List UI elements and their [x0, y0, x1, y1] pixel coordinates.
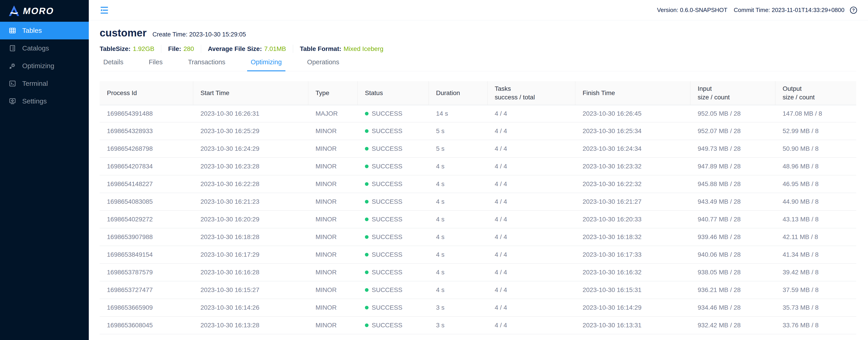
cell-process-id: 1698653787579 — [100, 264, 193, 281]
stat-table-format: Table Format:Mixed Iceberg — [300, 45, 383, 53]
terminal-icon — [9, 80, 16, 88]
cell-type: MINOR — [308, 299, 358, 316]
cell-status: SUCCESS — [358, 211, 429, 228]
table-header: Process Id Start Time Type Status Durati… — [100, 81, 856, 105]
cell-tasks: 4 / 4 — [488, 228, 575, 246]
cell-input: 943.49 MB / 28 — [690, 193, 775, 210]
status-text: SUCCESS — [372, 269, 402, 276]
status-text: SUCCESS — [372, 198, 402, 205]
table-row[interactable]: 1698654268798 2023-10-30 16:24:29 MINOR … — [100, 140, 856, 158]
cell-duration: 4 s — [429, 175, 488, 193]
col-type: Type — [308, 81, 358, 105]
cell-type: MINOR — [308, 158, 358, 175]
table-row[interactable]: 1698654148227 2023-10-30 16:22:28 MINOR … — [100, 175, 856, 193]
cell-type: MINOR — [308, 317, 358, 334]
sidebar-item-settings[interactable]: Settings — [0, 92, 89, 110]
help-button[interactable]: ? — [849, 6, 858, 14]
cell-output: 37.59 MB / 8 — [775, 281, 856, 299]
cell-duration: 4 s — [429, 264, 488, 281]
cell-input: 934.46 MB / 28 — [690, 299, 775, 316]
cell-output: 52.99 MB / 8 — [775, 123, 856, 140]
cell-tasks: 4 / 4 — [488, 281, 575, 299]
cell-tasks: 4 / 4 — [488, 123, 575, 140]
commit-time-text: Commit Time: 2023-11-01T14:33:29+0800 — [734, 7, 844, 13]
table-row[interactable]: 1698654328933 2023-10-30 16:25:29 MINOR … — [100, 123, 856, 140]
col-output: Outputsize / count — [775, 81, 856, 105]
cell-finish-time: 2023-10-30 16:16:32 — [575, 264, 690, 281]
status-text: SUCCESS — [372, 128, 402, 135]
table-row[interactable]: 1698654391488 2023-10-30 16:26:31 MAJOR … — [100, 105, 856, 123]
cell-type: MINOR — [308, 246, 358, 263]
table-row[interactable]: 1698653727477 2023-10-30 16:15:27 MINOR … — [100, 281, 856, 299]
status-success-dot-icon — [365, 200, 369, 204]
status-text: SUCCESS — [372, 233, 402, 241]
cell-output: 42.11 MB / 8 — [775, 228, 856, 246]
col-start-time: Start Time — [193, 81, 308, 105]
sidebar-item-label: Catalogs — [22, 44, 49, 52]
divider — [293, 45, 293, 53]
table-row[interactable]: 1698654083085 2023-10-30 16:21:23 MINOR … — [100, 193, 856, 211]
tab-details[interactable]: Details — [100, 58, 127, 71]
sidebar-item-catalogs[interactable]: Catalogs — [0, 39, 89, 57]
tab-optimizing[interactable]: Optimizing — [247, 58, 285, 71]
status-success-dot-icon — [365, 217, 369, 221]
question-circle-icon: ? — [849, 6, 858, 14]
cell-finish-time: 2023-10-30 16:15:31 — [575, 281, 690, 299]
status-success-dot-icon — [365, 253, 369, 257]
cell-finish-time: 2023-10-30 16:22:32 — [575, 175, 690, 193]
cell-start-time: 2023-10-30 16:24:29 — [193, 140, 308, 157]
cell-finish-time: 2023-10-30 16:20:33 — [575, 211, 690, 228]
cell-start-time: 2023-10-30 16:21:23 — [193, 193, 308, 210]
cell-status: SUCCESS — [358, 246, 429, 263]
cell-start-time: 2023-10-30 16:14:26 — [193, 299, 308, 316]
tables-icon — [9, 27, 16, 34]
tab-transactions[interactable]: Transactions — [184, 58, 229, 71]
cell-output: 46.95 MB / 8 — [775, 175, 856, 193]
table-row[interactable]: 1698653665909 2023-10-30 16:14:26 MINOR … — [100, 299, 856, 317]
sidebar: MORO Tables Catalogs — [0, 0, 89, 340]
cell-status: SUCCESS — [358, 123, 429, 140]
table-row[interactable]: 1698653849154 2023-10-30 16:17:29 MINOR … — [100, 246, 856, 264]
process-table-body: 1698654391488 2023-10-30 16:26:31 MAJOR … — [100, 105, 856, 334]
table-row[interactable]: 1698653787579 2023-10-30 16:16:28 MINOR … — [100, 264, 856, 281]
tab-files[interactable]: Files — [145, 58, 166, 71]
sidebar-item-terminal[interactable]: Terminal — [0, 75, 89, 92]
cell-output: 35.73 MB / 8 — [775, 299, 856, 316]
sidebar-item-label: Optimizing — [22, 62, 54, 70]
status-text: SUCCESS — [372, 251, 402, 258]
cell-input: 940.06 MB / 28 — [690, 246, 775, 263]
table-row[interactable]: 1698653608045 2023-10-30 16:13:28 MINOR … — [100, 317, 856, 334]
cell-tasks: 4 / 4 — [488, 158, 575, 175]
cell-process-id: 1698653907988 — [100, 228, 193, 246]
cell-duration: 5 s — [429, 123, 488, 140]
cell-output: 48.96 MB / 8 — [775, 158, 856, 175]
status-text: SUCCESS — [372, 110, 402, 117]
cell-type: MINOR — [308, 193, 358, 210]
table-row[interactable]: 1698654207834 2023-10-30 16:23:28 MINOR … — [100, 158, 856, 175]
cell-status: SUCCESS — [358, 264, 429, 281]
tab-operations[interactable]: Operations — [304, 58, 343, 71]
cell-duration: 14 s — [429, 105, 488, 122]
sidebar-item-optimizing[interactable]: Optimizing — [0, 57, 89, 75]
table-row[interactable]: 1698654029272 2023-10-30 16:20:29 MINOR … — [100, 211, 856, 228]
cell-process-id: 1698653608045 — [100, 317, 193, 334]
create-time: Create Time: 2023-10-30 15:29:05 — [152, 31, 246, 38]
stat-file-count: File:280 — [168, 45, 194, 53]
cell-finish-time: 2023-10-30 16:17:33 — [575, 246, 690, 263]
sidebar-collapse-button[interactable] — [99, 5, 110, 15]
cell-finish-time: 2023-10-30 16:14:29 — [575, 299, 690, 316]
cell-start-time: 2023-10-30 16:20:29 — [193, 211, 308, 228]
logo[interactable]: MORO — [0, 0, 89, 22]
cell-start-time: 2023-10-30 16:22:28 — [193, 175, 308, 193]
cell-finish-time: 2023-10-30 16:26:45 — [575, 105, 690, 122]
cell-finish-time: 2023-10-30 16:18:32 — [575, 228, 690, 246]
content: customer Create Time: 2023-10-30 15:29:0… — [89, 21, 868, 340]
table-row[interactable]: 1698653907988 2023-10-30 16:18:28 MINOR … — [100, 228, 856, 246]
cell-output: 39.42 MB / 8 — [775, 264, 856, 281]
cell-status: SUCCESS — [358, 140, 429, 157]
sidebar-item-tables[interactable]: Tables — [0, 22, 89, 39]
status-text: SUCCESS — [372, 145, 402, 152]
cell-process-id: 1698654029272 — [100, 211, 193, 228]
cell-input: 952.07 MB / 28 — [690, 123, 775, 140]
stats-row: TableSize:1.92GB File:280 Average File S… — [100, 45, 856, 53]
